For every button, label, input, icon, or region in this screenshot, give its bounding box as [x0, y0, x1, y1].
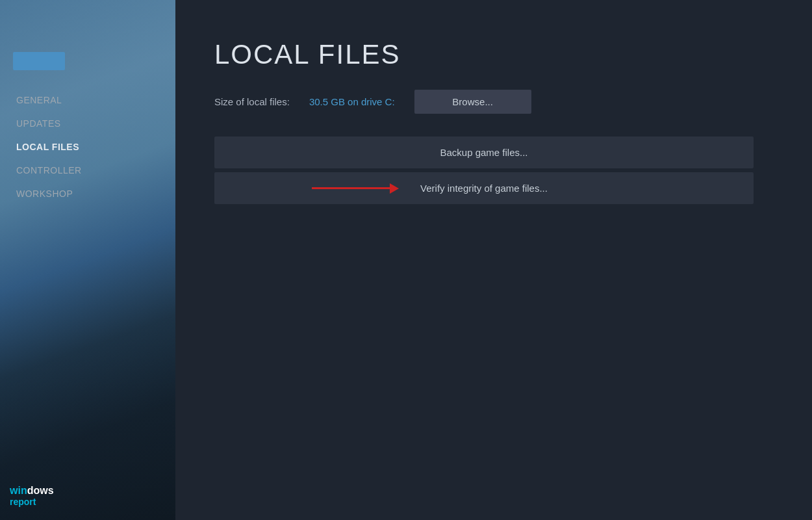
size-info-row: Size of local files: 30.5 GB on drive C:…	[214, 90, 780, 114]
size-info-label: Size of local files:	[214, 96, 290, 107]
page-title: LOCAL FILES	[214, 39, 780, 70]
browse-button[interactable]: Browse...	[414, 90, 531, 114]
sidebar-item-workshop[interactable]: WORKSHOP	[13, 183, 162, 204]
sidebar-item-local-files[interactable]: LOCAL FILES	[13, 136, 162, 157]
sidebar-item-general[interactable]: GENERAL	[13, 90, 162, 110]
app-container: GENERAL UPDATES LOCAL FILES CONTROLLER W…	[0, 0, 812, 520]
sidebar: GENERAL UPDATES LOCAL FILES CONTROLLER W…	[0, 0, 175, 520]
size-info-value: 30.5 GB on drive C:	[309, 96, 395, 107]
sidebar-item-updates[interactable]: UPDATES	[13, 113, 162, 134]
verify-button-wrapper: Verify integrity of game files...	[214, 172, 754, 204]
sidebar-navigation: GENERAL UPDATES LOCAL FILES CONTROLLER W…	[0, 90, 175, 204]
main-content: LOCAL FILES Size of local files: 30.5 GB…	[175, 0, 812, 520]
backup-button[interactable]: Backup game files...	[214, 136, 754, 168]
verify-button[interactable]: Verify integrity of game files...	[214, 172, 754, 204]
watermark: windows report	[10, 485, 54, 507]
sidebar-active-indicator	[13, 52, 65, 70]
sidebar-item-controller[interactable]: CONTROLLER	[13, 160, 162, 181]
action-buttons: Backup game files... Verify integrity of…	[214, 136, 780, 204]
watermark-report: report	[10, 497, 54, 507]
